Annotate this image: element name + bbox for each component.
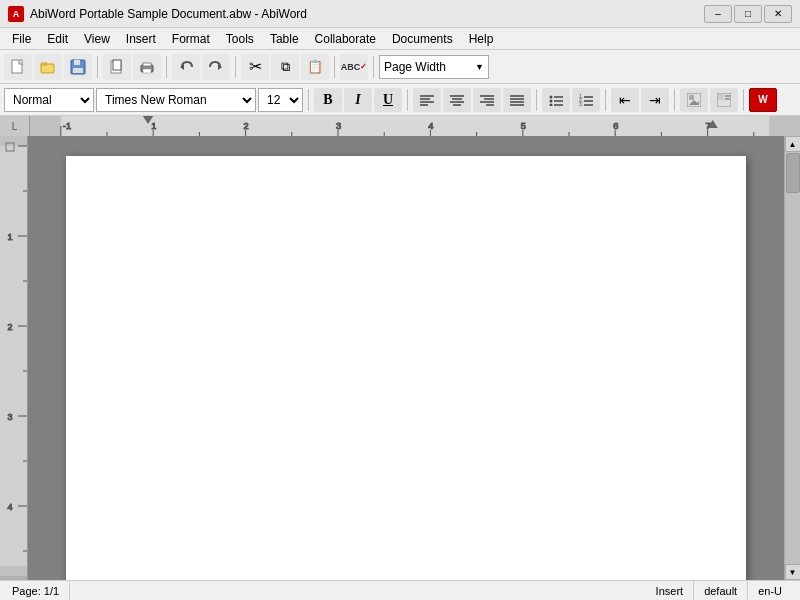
unordered-list-button[interactable]: [542, 88, 570, 112]
separator6: [308, 89, 309, 111]
document-page[interactable]: [66, 156, 746, 580]
toolbar1: ✂ ⧉ 📋 ABC✓ Page Width ▼: [0, 50, 800, 84]
cut-button[interactable]: ✂: [241, 54, 269, 80]
menu-item-insert[interactable]: Insert: [118, 30, 164, 48]
svg-rect-2: [41, 63, 47, 65]
maximize-button[interactable]: □: [734, 5, 762, 23]
align-center-button[interactable]: [443, 88, 471, 112]
new-button[interactable]: [4, 54, 32, 80]
separator7: [407, 89, 408, 111]
ruler-corner-label: L: [12, 121, 18, 132]
menu-bar: FileEditViewInsertFormatToolsTableCollab…: [0, 28, 800, 50]
svg-text:1: 1: [7, 232, 12, 242]
svg-text:3: 3: [336, 121, 341, 131]
menu-item-table[interactable]: Table: [262, 30, 307, 48]
scroll-up-button[interactable]: ▲: [785, 136, 801, 152]
bold-button[interactable]: B: [314, 88, 342, 112]
svg-text:6: 6: [613, 121, 618, 131]
underline-button[interactable]: U: [374, 88, 402, 112]
copy-button[interactable]: ⧉: [271, 54, 299, 80]
menu-item-view[interactable]: View: [76, 30, 118, 48]
horizontal-ruler: -1 1 2 3 4 5 6 7: [30, 116, 800, 136]
svg-rect-5: [73, 68, 83, 73]
insert-mode-status: Insert: [646, 581, 695, 600]
svg-text:-1: -1: [63, 121, 71, 131]
menu-item-format[interactable]: Format: [164, 30, 218, 48]
paste-button[interactable]: 📋: [301, 54, 329, 80]
svg-text:2: 2: [244, 121, 249, 131]
separator11: [743, 89, 744, 111]
save-button[interactable]: [64, 54, 92, 80]
scroll-down-button[interactable]: ▼: [785, 564, 801, 580]
menu-item-documents[interactable]: Documents: [384, 30, 461, 48]
svg-rect-45: [718, 94, 724, 100]
separator8: [536, 89, 537, 111]
svg-text:1: 1: [151, 121, 156, 131]
ruler-corner[interactable]: L: [0, 116, 30, 136]
separator5: [373, 56, 374, 78]
svg-rect-49: [61, 116, 769, 136]
close-button[interactable]: ✕: [764, 5, 792, 23]
style-status: default: [694, 581, 748, 600]
open-button[interactable]: [34, 54, 62, 80]
increase-indent-button[interactable]: ⇥: [641, 88, 669, 112]
lang-status: en-U: [748, 581, 792, 600]
ordered-list-button[interactable]: 1.2.3.: [572, 88, 600, 112]
window-controls: – □ ✕: [704, 5, 792, 23]
svg-point-29: [550, 95, 553, 98]
svg-rect-9: [143, 63, 151, 66]
zoom-dropdown-arrow: ▼: [475, 62, 484, 72]
status-bar: Page: 1/1 Insert default en-U: [0, 580, 800, 600]
scroll-track[interactable]: [785, 152, 800, 564]
style-dropdown[interactable]: Normal: [4, 88, 94, 112]
separator3: [235, 56, 236, 78]
word-complete-button[interactable]: W: [749, 88, 777, 112]
image-style-button[interactable]: [680, 88, 708, 112]
spellcheck-button[interactable]: ABC✓: [340, 54, 368, 80]
image-style2-button[interactable]: [710, 88, 738, 112]
italic-button[interactable]: I: [344, 88, 372, 112]
vertical-scrollbar[interactable]: ▲ ▼: [784, 136, 800, 580]
size-dropdown[interactable]: 12: [258, 88, 303, 112]
redo-button[interactable]: [202, 54, 230, 80]
separator10: [674, 89, 675, 111]
separator9: [605, 89, 606, 111]
svg-marker-43: [689, 100, 699, 105]
minimize-button[interactable]: –: [704, 5, 732, 23]
svg-rect-10: [143, 69, 151, 73]
ruler-container: L -1 1 2 3 4 5 6: [0, 116, 800, 136]
separator2: [166, 56, 167, 78]
app-icon: A: [8, 6, 24, 22]
svg-text:3.: 3.: [579, 101, 583, 106]
menu-item-collaborate[interactable]: Collaborate: [307, 30, 384, 48]
undo-button[interactable]: [172, 54, 200, 80]
scroll-thumb[interactable]: [786, 153, 800, 193]
svg-text:4: 4: [428, 121, 433, 131]
align-right-button[interactable]: [473, 88, 501, 112]
menu-item-tools[interactable]: Tools: [218, 30, 262, 48]
font-dropdown[interactable]: Times New Roman: [96, 88, 256, 112]
align-justify-button[interactable]: [503, 88, 531, 112]
svg-point-31: [550, 99, 553, 102]
menu-item-edit[interactable]: Edit: [39, 30, 76, 48]
page-status: Page: 1/1: [8, 581, 70, 600]
zoom-dropdown[interactable]: Page Width ▼: [379, 55, 489, 79]
svg-rect-7: [113, 60, 121, 70]
svg-text:2: 2: [7, 322, 12, 332]
print-preview-button[interactable]: [103, 54, 131, 80]
svg-text:3: 3: [7, 412, 12, 422]
decrease-indent-button[interactable]: ⇤: [611, 88, 639, 112]
menu-item-help[interactable]: Help: [461, 30, 502, 48]
svg-rect-4: [74, 60, 80, 65]
print-button[interactable]: [133, 54, 161, 80]
title-bar: A AbiWord Portable Sample Document.abw -…: [0, 0, 800, 28]
separator4: [334, 56, 335, 78]
align-left-button[interactable]: [413, 88, 441, 112]
separator1: [97, 56, 98, 78]
menu-item-file[interactable]: File: [4, 30, 39, 48]
zoom-value: Page Width: [384, 60, 475, 74]
svg-point-33: [550, 103, 553, 106]
empty-status: [70, 581, 646, 600]
vertical-ruler: 1 2 3 4: [0, 136, 28, 580]
svg-rect-77: [0, 146, 28, 566]
